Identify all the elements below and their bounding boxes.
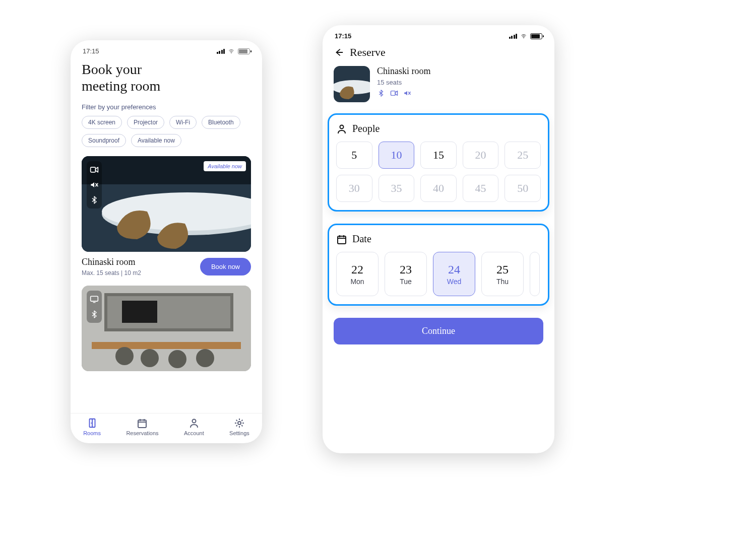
filter-chip-available[interactable]: Available now (131, 134, 181, 147)
status-time: 17:15 (335, 32, 351, 40)
nav-label: Account (184, 430, 204, 436)
battery-icon (238, 48, 250, 54)
date-dayofweek: Tue (400, 278, 412, 286)
people-heading: People (352, 123, 380, 134)
book-button[interactable]: Book now (200, 258, 251, 275)
room-card[interactable] (82, 286, 251, 371)
mute-icon (90, 180, 99, 189)
date-heading: Date (352, 233, 371, 245)
svg-point-26 (141, 349, 159, 367)
svg-rect-23 (122, 301, 157, 323)
date-dayofweek: Mon (350, 278, 364, 286)
date-sheet: Date 22Mon23Tue24Wed25Thu (328, 224, 549, 306)
video-icon (390, 89, 398, 97)
room-seats: 15 seats (377, 79, 431, 86)
people-sheet: People 5101520253035404550 (328, 113, 549, 212)
room-summary: Chinaski room 15 seats (334, 66, 543, 102)
available-badge: Available now (204, 161, 246, 171)
person-icon (336, 123, 347, 134)
filter-chip-projector[interactable]: Projector (127, 116, 164, 129)
continue-button[interactable]: Continue (334, 318, 543, 344)
door-icon (87, 418, 98, 429)
bottom-nav: Rooms Reservations Account Settings (71, 413, 262, 443)
people-option-35: 35 (379, 175, 415, 202)
room-card[interactable]: Available now (82, 156, 251, 252)
filter-chip-soundproof[interactable]: Soundproof (82, 134, 126, 147)
svg-point-25 (115, 347, 134, 365)
room-photo (82, 286, 251, 371)
svg-point-28 (196, 349, 214, 367)
date-number: 24 (448, 263, 460, 276)
svg-point-27 (168, 350, 186, 368)
people-option-25: 25 (505, 142, 541, 169)
people-option-50: 50 (505, 175, 541, 202)
date-number: 25 (496, 263, 509, 276)
battery-icon (530, 33, 542, 39)
signal-icon (217, 49, 225, 54)
room-meta: Max. 15 seats | 10 m2 (82, 269, 141, 276)
date-row: 22Mon23Tue24Wed25Thu (336, 252, 541, 296)
nav-reservations[interactable]: Reservations (126, 418, 158, 436)
date-option-peek[interactable] (530, 252, 540, 296)
room-feature-icons (87, 161, 102, 209)
date-option-25[interactable]: 25Thu (481, 252, 524, 296)
nav-label: Settings (229, 430, 249, 436)
date-option-24[interactable]: 24Wed (433, 252, 475, 296)
svg-rect-24 (92, 342, 241, 349)
date-option-23[interactable]: 23Tue (385, 252, 427, 296)
status-icons (217, 48, 250, 54)
people-option-10[interactable]: 10 (379, 142, 415, 169)
phone-reserve-screen: 17:15 Reserve Chinaski room 15 seats (323, 25, 554, 453)
room-feature-icons (87, 291, 102, 323)
date-option-22[interactable]: 22Mon (336, 252, 379, 296)
bluetooth-icon (377, 89, 385, 97)
status-icons (509, 33, 543, 39)
signal-icon (509, 34, 518, 39)
calendar-icon (137, 418, 148, 429)
screen-icon (90, 295, 99, 304)
bluetooth-icon (90, 310, 99, 319)
page-title: Book your meeting room (82, 61, 251, 94)
wifi-icon (228, 49, 235, 54)
people-grid: 5101520253035404550 (336, 142, 541, 202)
date-dayofweek: Wed (447, 278, 462, 286)
date-number: 23 (400, 263, 412, 276)
people-option-15[interactable]: 15 (420, 142, 457, 169)
people-option-5[interactable]: 5 (336, 142, 372, 169)
people-option-30: 30 (336, 175, 372, 202)
people-option-45: 45 (463, 175, 499, 202)
people-option-20: 20 (463, 142, 499, 169)
filter-header: Filter by your preferences (82, 103, 251, 111)
calendar-icon (336, 234, 347, 245)
room-name: Chinaski room (82, 257, 141, 267)
bluetooth-icon (90, 195, 99, 204)
screen-title: Reserve (350, 46, 386, 59)
nav-account[interactable]: Account (184, 418, 204, 436)
screen-title-row: Reserve (334, 46, 543, 59)
filter-chips: 4K screen Projector Wi-Fi Bluetooth Soun… (82, 116, 251, 147)
back-icon[interactable] (334, 47, 344, 57)
nav-rooms[interactable]: Rooms (83, 418, 101, 436)
status-bar: 17:15 (323, 25, 554, 43)
room-thumb (334, 66, 370, 102)
date-number: 22 (351, 263, 363, 276)
filter-chip-4k[interactable]: 4K screen (82, 116, 122, 129)
status-bar: 17:15 (71, 40, 262, 58)
mute-icon (403, 89, 411, 97)
status-time: 17:15 (83, 47, 99, 55)
wifi-icon (520, 34, 527, 39)
date-dayofweek: Thu (496, 278, 509, 286)
filter-chip-bluetooth[interactable]: Bluetooth (202, 116, 240, 129)
person-icon (188, 418, 200, 429)
nav-settings[interactable]: Settings (229, 418, 249, 436)
phone-list-screen: 17:15 Book your meeting room Filter by y… (71, 40, 262, 443)
nav-label: Reservations (126, 430, 158, 436)
room-feature-icons (377, 89, 431, 97)
video-icon (90, 165, 99, 174)
room-info-row: Chinaski room Max. 15 seats | 10 m2 Book… (82, 257, 251, 276)
nav-label: Rooms (83, 430, 101, 436)
room-name: Chinaski room (377, 66, 431, 77)
filter-chip-wifi[interactable]: Wi-Fi (169, 116, 197, 129)
people-option-40: 40 (420, 175, 457, 202)
gear-icon (234, 418, 245, 429)
